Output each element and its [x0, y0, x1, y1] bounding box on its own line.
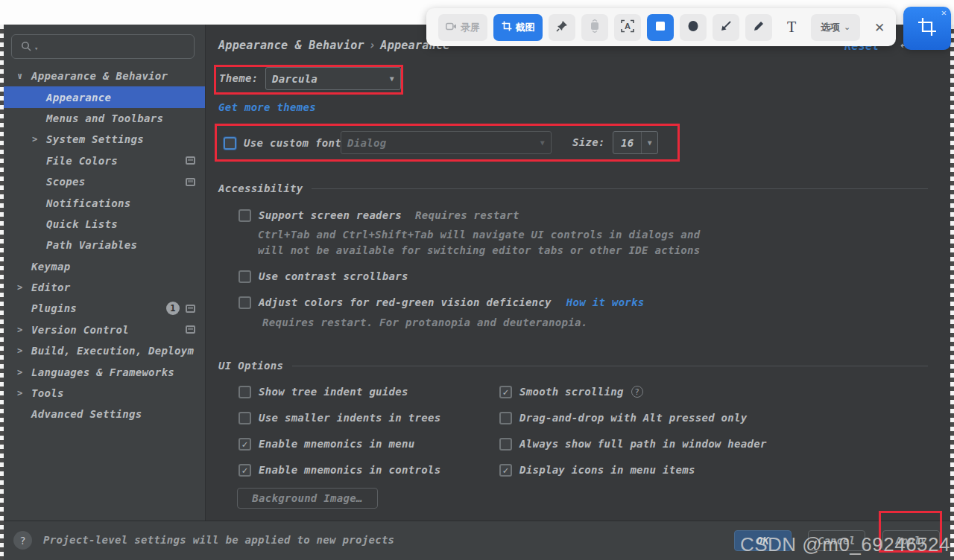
- screenshot-button[interactable]: 截图: [493, 14, 543, 41]
- adjust-colors-checkbox[interactable]: [238, 296, 251, 309]
- footer-hint: Project-level settings will be applied t…: [43, 534, 394, 546]
- chevron-right-icon[interactable]: >: [32, 134, 46, 144]
- mnemonics-controls-checkbox[interactable]: ✓: [238, 464, 251, 477]
- sidebar-divider: [205, 25, 206, 521]
- smaller-indents-checkbox[interactable]: [238, 412, 251, 424]
- sidebar-item-editor[interactable]: > Editor: [4, 277, 205, 298]
- ui-options-section-header: UI Options: [218, 360, 928, 372]
- capture-toolbar: 录屏 截图 A: [426, 8, 896, 46]
- get-more-themes-link[interactable]: Get more themes: [218, 101, 316, 113]
- drag-drop-row: Drag-and-drop with Alt pressed only: [499, 410, 748, 425]
- settings-search-input[interactable]: ▾: [11, 34, 195, 59]
- annotation-rect-theme: [214, 65, 403, 95]
- support-screen-readers-label: Support screen readers: [259, 209, 402, 221]
- how-it-works-link[interactable]: How it works: [566, 296, 645, 308]
- chevron-right-icon[interactable]: >: [17, 346, 31, 356]
- display-icons-checkbox[interactable]: ✓: [499, 464, 512, 477]
- selection-marquee-left[interactable]: [0, 25, 4, 560]
- selection-marquee-right[interactable]: [950, 25, 954, 560]
- screen: ▾ ∨ Appearance & Behavior Appearance Men…: [0, 0, 954, 560]
- accessibility-section-header: Accessibility: [218, 182, 928, 194]
- close-toolbar-button[interactable]: ✕: [866, 14, 893, 41]
- adjust-colors-comment: Requires restart. For protanopia and deu…: [262, 316, 587, 328]
- sidebar-item-languages-frameworks[interactable]: > Languages & Frameworks: [4, 361, 205, 382]
- smooth-scrolling-checkbox[interactable]: ✓: [499, 386, 512, 398]
- sidebar-item-tools[interactable]: > Tools: [4, 383, 205, 404]
- mnemonics-controls-row: ✓ Enable mnemonics in controls: [238, 462, 440, 477]
- chevron-right-icon[interactable]: >: [17, 367, 31, 378]
- section-rule: [312, 188, 928, 189]
- use-contrast-scrollbars-label: Use contrast scrollbars: [259, 270, 408, 282]
- requires-restart-note: Requires restart: [415, 209, 519, 221]
- help-icon[interactable]: ?: [631, 386, 643, 398]
- arrow-icon: [720, 20, 732, 34]
- chevron-down-icon: ⌄: [844, 22, 850, 32]
- pin-button[interactable]: [549, 14, 575, 41]
- sidebar-item-system-settings[interactable]: > System Settings: [4, 129, 205, 150]
- breadcrumb: Appearance & Behavior›Appearance: [218, 39, 450, 52]
- chevron-down-icon[interactable]: ∨: [17, 71, 31, 81]
- sidebar-item-advanced-settings[interactable]: Advanced Settings: [4, 404, 205, 424]
- record-screen-button[interactable]: 录屏: [438, 14, 487, 41]
- crop-icon: [502, 21, 512, 34]
- sidebar-item-menus-toolbars[interactable]: Menus and Toolbars: [4, 108, 205, 129]
- watermark: CSDN @m0_69246524: [740, 533, 950, 556]
- sidebar-item-appearance[interactable]: Appearance: [4, 86, 205, 107]
- background-image-button[interactable]: Background Image…: [237, 488, 378, 509]
- smooth-scrolling-row: ✓ Smooth scrolling ?: [499, 384, 643, 399]
- rectangle-tool-button[interactable]: [647, 14, 674, 41]
- rectangle-icon: [655, 21, 666, 34]
- drag-drop-checkbox[interactable]: [499, 412, 512, 424]
- use-contrast-scrollbars-checkbox[interactable]: [238, 270, 251, 283]
- sidebar-item-version-control[interactable]: > Version Control: [4, 319, 205, 340]
- sidebar-item-keymap[interactable]: Keymap: [4, 256, 205, 277]
- section-rule: [292, 366, 928, 366]
- help-icon[interactable]: ?: [13, 531, 32, 550]
- full-path-row: Always show full path in window header: [499, 436, 767, 451]
- sidebar-item-appearance-behavior[interactable]: ∨ Appearance & Behavior: [4, 66, 205, 86]
- ocr-icon: A: [621, 19, 634, 35]
- crop-icon: [917, 17, 937, 39]
- sidebar-item-build-execution-deployment[interactable]: > Build, Execution, Deploym: [4, 340, 205, 361]
- ocr-button[interactable]: A: [614, 14, 641, 41]
- record-icon: [446, 22, 457, 34]
- settings-tree: ∨ Appearance & Behavior Appearance Menus…: [4, 66, 205, 425]
- sidebar-item-quick-lists[interactable]: Quick Lists: [4, 214, 205, 235]
- capture-fab-button[interactable]: ✕: [903, 7, 951, 50]
- sidebar-item-path-variables[interactable]: Path Variables: [4, 235, 205, 255]
- chevron-right-icon[interactable]: >: [17, 325, 31, 335]
- scrolling-capture-button[interactable]: [581, 14, 608, 41]
- sidebar-item-file-colors[interactable]: File Colors: [4, 150, 205, 171]
- show-tree-indent-checkbox[interactable]: [238, 386, 251, 398]
- text-tool-button[interactable]: T: [778, 14, 805, 41]
- chevron-right-icon[interactable]: >: [17, 282, 31, 293]
- full-path-checkbox[interactable]: [499, 438, 512, 451]
- options-dropdown[interactable]: 选项 ⌄: [811, 14, 860, 41]
- annotation-rect-custom-font: [215, 124, 680, 162]
- plugins-count-badge: 1: [166, 302, 180, 315]
- text-tool-icon: T: [787, 19, 796, 36]
- sidebar-item-notifications[interactable]: Notifications: [4, 192, 205, 213]
- mnemonics-menu-row: ✓ Enable mnemonics in menu: [238, 436, 415, 451]
- pen-tool-button[interactable]: [745, 14, 772, 41]
- pin-icon: [556, 20, 568, 34]
- breadcrumb-root[interactable]: Appearance & Behavior: [218, 39, 364, 52]
- search-history-chevron-icon[interactable]: ▾: [34, 45, 38, 52]
- arrow-tool-button[interactable]: [713, 14, 739, 41]
- svg-text:A: A: [625, 22, 631, 31]
- screen-icon: [186, 156, 195, 165]
- sidebar-item-scopes[interactable]: Scopes: [4, 171, 205, 192]
- display-icons-row: ✓ Display icons in menu items: [499, 462, 695, 477]
- screen-readers-comment-line1: Ctrl+Tab and Ctrl+Shift+Tab will navigat…: [258, 229, 701, 241]
- show-tree-indent-row: Show tree indent guides: [238, 384, 408, 399]
- screen-icon: [186, 305, 195, 313]
- contrast-scrollbars-row: Use contrast scrollbars: [238, 269, 408, 284]
- sidebar-item-plugins[interactable]: Plugins 1: [4, 298, 205, 319]
- chevron-right-icon[interactable]: >: [17, 388, 31, 398]
- screen-icon: [186, 178, 195, 186]
- support-screen-readers-checkbox[interactable]: [238, 209, 251, 222]
- ellipse-tool-button[interactable]: [680, 14, 707, 41]
- screen-icon: [186, 325, 195, 334]
- close-icon[interactable]: ✕: [941, 7, 947, 18]
- mnemonics-menu-checkbox[interactable]: ✓: [238, 438, 251, 451]
